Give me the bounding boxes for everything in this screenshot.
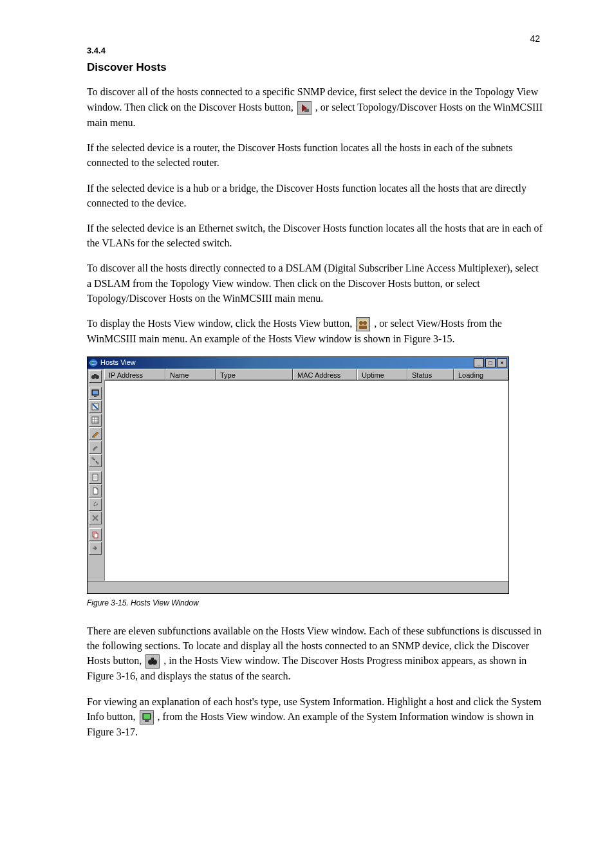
arrow-right-icon[interactable] — [89, 542, 102, 555]
minimize-button[interactable]: _ — [474, 358, 484, 367]
hosts-view-icon — [356, 317, 370, 331]
delete-x-icon[interactable] — [89, 512, 102, 524]
monitor-icon[interactable] — [89, 387, 102, 400]
section-number: 3.4.4 — [87, 45, 543, 57]
close-button[interactable]: × — [497, 358, 507, 367]
col-type[interactable]: Type — [216, 369, 293, 380]
svg-rect-28 — [145, 720, 149, 722]
paragraph: For viewing an explanation of each host'… — [87, 694, 543, 740]
text: To display the Hosts View window, click … — [87, 318, 355, 329]
paragraph: To discover all the hosts directly conne… — [87, 261, 543, 306]
svg-point-23 — [152, 660, 157, 665]
globe-icon — [89, 358, 98, 367]
col-status[interactable]: Status — [407, 369, 454, 380]
col-uptime[interactable]: Uptime — [357, 369, 407, 380]
page-number: 42 — [530, 32, 540, 45]
binoculars-icon — [145, 654, 160, 669]
page-icon[interactable] — [89, 485, 102, 497]
hosts-view-window: Hosts View _ □ × — [87, 356, 509, 594]
maximize-button[interactable]: □ — [485, 358, 496, 367]
statusbar — [88, 581, 508, 593]
text: , from the Hosts View window. An example… — [87, 711, 534, 737]
svg-point-3 — [359, 321, 363, 325]
paragraph: To discover all of the hosts connected t… — [87, 84, 543, 130]
column-headers: IP Address Name Type MAC Address Uptime … — [104, 369, 508, 380]
paint-icon[interactable] — [89, 400, 102, 413]
paragraph: If the selected device is a hub or a bri… — [87, 181, 543, 210]
svg-rect-1 — [304, 109, 309, 112]
svg-point-6 — [89, 359, 97, 367]
svg-point-17 — [97, 462, 99, 465]
paragraph: If the selected device is an Ethernet sw… — [87, 221, 543, 250]
svg-rect-5 — [359, 326, 367, 329]
svg-rect-20 — [94, 533, 98, 538]
system-info-icon — [140, 710, 154, 725]
wrench-icon[interactable] — [89, 498, 102, 511]
svg-rect-13 — [94, 396, 97, 397]
grid-icon[interactable] — [89, 414, 102, 427]
side-toolbar — [88, 369, 104, 581]
section-title: Discover Hosts — [87, 60, 543, 76]
brush-icon[interactable] — [89, 441, 102, 454]
col-mac[interactable]: MAC Address — [293, 369, 357, 380]
list-body[interactable] — [104, 380, 508, 581]
maximize-glyph: □ — [488, 360, 492, 366]
titlebar[interactable]: Hosts View _ □ × — [88, 357, 508, 369]
pencil-icon[interactable] — [89, 427, 102, 440]
svg-rect-24 — [151, 658, 154, 660]
close-glyph: × — [500, 360, 503, 366]
paragraph: There are eleven subfunctions available … — [87, 623, 543, 684]
tools-icon[interactable] — [89, 454, 102, 467]
svg-rect-15 — [92, 417, 98, 423]
discover-hosts-icon — [297, 101, 312, 115]
window-title: Hosts View — [100, 358, 472, 368]
svg-rect-10 — [94, 374, 97, 376]
paragraph: To display the Hosts View window, click … — [87, 316, 543, 347]
binoculars-icon[interactable] — [89, 370, 102, 383]
col-loading[interactable]: Loading — [454, 369, 508, 380]
copy-icon[interactable] — [89, 528, 102, 541]
svg-rect-27 — [144, 714, 150, 719]
svg-point-4 — [363, 321, 367, 325]
svg-point-16 — [91, 457, 94, 459]
svg-rect-12 — [93, 391, 98, 394]
figure-caption: Figure 3-15. Hosts View Window — [87, 598, 543, 609]
minimize-glyph: _ — [477, 360, 480, 366]
sheet-icon[interactable] — [89, 471, 102, 484]
col-name[interactable]: Name — [165, 369, 216, 380]
paragraph: If the selected device is a router, the … — [87, 140, 543, 170]
col-ip[interactable]: IP Address — [104, 369, 165, 380]
